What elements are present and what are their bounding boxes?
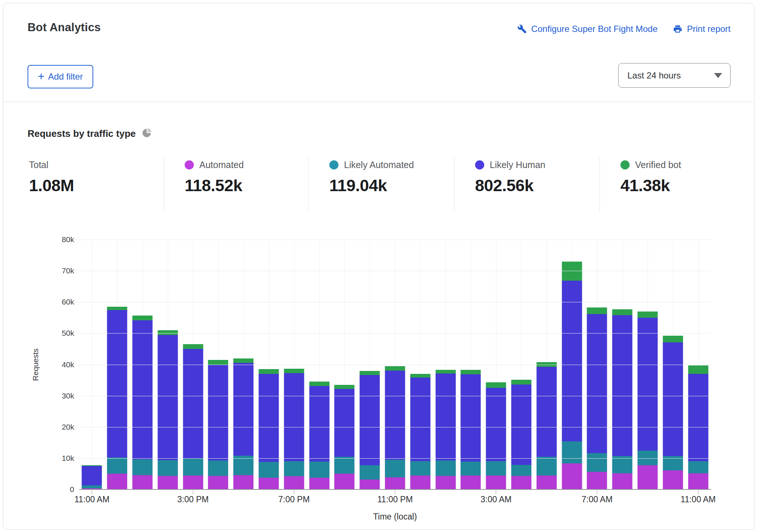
- bar-segment-verified-bot[interactable]: [258, 369, 279, 374]
- bar-segment-likely-human[interactable]: [562, 281, 582, 441]
- bar-segment-likely-human[interactable]: [587, 314, 607, 453]
- bar-segment-automated[interactable]: [208, 476, 228, 489]
- bar-segment-automated[interactable]: [233, 475, 254, 489]
- bar-segment-likely-human[interactable]: [511, 385, 531, 465]
- bar-segment-likely-human[interactable]: [208, 365, 228, 460]
- bar-segment-automated[interactable]: [334, 474, 355, 489]
- bar-segment-automated[interactable]: [637, 465, 658, 489]
- bar-segment-verified-bot[interactable]: [461, 370, 481, 374]
- bar-segment-verified-bot[interactable]: [637, 311, 658, 318]
- bar-segment-likely-human[interactable]: [461, 374, 481, 462]
- bar-segment-likely-human[interactable]: [410, 378, 430, 461]
- bar-segment-automated[interactable]: [486, 475, 506, 489]
- bar-segment-verified-bot[interactable]: [334, 385, 355, 389]
- bar-segment-likely-automated[interactable]: [132, 459, 152, 475]
- bar-segment-likely-automated[interactable]: [385, 460, 405, 477]
- stat-verified-bot[interactable]: Verified bot41.38k: [600, 157, 739, 212]
- bar-segment-verified-bot[interactable]: [208, 360, 228, 365]
- bar-segment-automated[interactable]: [107, 474, 127, 489]
- bar-segment-likely-human[interactable]: [688, 374, 708, 461]
- bar-segment-automated[interactable]: [663, 470, 683, 489]
- bar-segment-likely-automated[interactable]: [284, 461, 304, 477]
- bar-segment-likely-automated[interactable]: [233, 456, 254, 475]
- bar-segment-likely-human[interactable]: [486, 388, 506, 461]
- bar-segment-likely-human[interactable]: [132, 320, 152, 460]
- bar-segment-likely-human[interactable]: [233, 363, 254, 456]
- bar-segment-likely-human[interactable]: [612, 315, 633, 456]
- bar-segment-verified-bot[interactable]: [663, 336, 683, 342]
- bar-segment-likely-human[interactable]: [334, 389, 355, 457]
- bar-segment-likely-automated[interactable]: [461, 462, 481, 475]
- bar-segment-automated[interactable]: [461, 475, 481, 489]
- bar-segment-likely-automated[interactable]: [360, 465, 380, 479]
- bar-segment-verified-bot[interactable]: [410, 374, 430, 378]
- bar-segment-automated[interactable]: [360, 480, 380, 489]
- bar-segment-likely-human[interactable]: [82, 466, 102, 485]
- bar-segment-verified-bot[interactable]: [309, 382, 329, 386]
- bar-segment-verified-bot[interactable]: [587, 307, 607, 314]
- bar-segment-automated[interactable]: [183, 475, 203, 489]
- print-report-link[interactable]: Print report: [673, 24, 731, 34]
- bar-segment-likely-human[interactable]: [157, 335, 178, 460]
- bar-segment-likely-automated[interactable]: [688, 461, 708, 473]
- bar-segment-verified-bot[interactable]: [132, 316, 152, 320]
- stat-likely-automated[interactable]: Likely Automated119.04k: [308, 157, 454, 212]
- bar-segment-likely-automated[interactable]: [410, 461, 430, 475]
- bar-segment-automated[interactable]: [688, 473, 708, 489]
- bar-segment-verified-bot[interactable]: [157, 330, 178, 335]
- bar-segment-verified-bot[interactable]: [385, 366, 405, 371]
- stat-total[interactable]: Total1.08M: [29, 157, 164, 212]
- bar-segment-likely-automated[interactable]: [536, 457, 557, 475]
- bar-segment-likely-automated[interactable]: [435, 460, 456, 476]
- bar-segment-automated[interactable]: [435, 476, 456, 489]
- bar-segment-likely-human[interactable]: [435, 374, 456, 460]
- bar-segment-automated[interactable]: [309, 478, 329, 489]
- bar-segment-likely-automated[interactable]: [511, 465, 531, 476]
- bar-segment-verified-bot[interactable]: [360, 371, 380, 375]
- bar-segment-likely-automated[interactable]: [637, 451, 658, 465]
- bar-segment-automated[interactable]: [157, 476, 178, 489]
- bar-segment-verified-bot[interactable]: [511, 380, 531, 385]
- bar-segment-likely-human[interactable]: [284, 373, 304, 461]
- bar-segment-automated[interactable]: [410, 475, 430, 489]
- bar-segment-verified-bot[interactable]: [233, 358, 254, 363]
- bar-segment-verified-bot[interactable]: [284, 369, 304, 374]
- bar-segment-likely-automated[interactable]: [587, 453, 607, 472]
- bar-segment-automated[interactable]: [612, 473, 633, 489]
- bar-segment-likely-automated[interactable]: [612, 456, 633, 473]
- bar-segment-automated[interactable]: [385, 477, 405, 489]
- bar-segment-automated[interactable]: [258, 478, 279, 489]
- bar-segment-automated[interactable]: [284, 476, 304, 489]
- bar-segment-automated[interactable]: [587, 472, 607, 489]
- bar-segment-automated[interactable]: [511, 476, 531, 489]
- bar-segment-likely-human[interactable]: [309, 386, 329, 462]
- bar-segment-likely-automated[interactable]: [309, 462, 329, 477]
- bar-segment-likely-human[interactable]: [385, 371, 405, 460]
- bar-segment-likely-automated[interactable]: [183, 459, 203, 475]
- bar-segment-likely-automated[interactable]: [82, 485, 102, 489]
- add-filter-button[interactable]: + Add filter: [28, 65, 93, 88]
- bar-segment-verified-bot[interactable]: [612, 309, 633, 315]
- bar-segment-likely-automated[interactable]: [562, 441, 582, 463]
- bar-segment-likely-human[interactable]: [183, 349, 203, 459]
- bar-segment-likely-automated[interactable]: [486, 461, 506, 475]
- bar-segment-automated[interactable]: [562, 463, 582, 490]
- bar-segment-verified-bot[interactable]: [688, 365, 708, 374]
- bar-segment-likely-automated[interactable]: [334, 457, 355, 474]
- bar-segment-likely-automated[interactable]: [107, 458, 127, 474]
- bar-segment-verified-bot[interactable]: [107, 307, 127, 310]
- bar-segment-likely-human[interactable]: [663, 342, 683, 456]
- bar-segment-likely-automated[interactable]: [157, 460, 178, 476]
- bar-segment-likely-human[interactable]: [107, 310, 127, 458]
- stat-automated[interactable]: Automated118.52k: [164, 157, 308, 212]
- bar-segment-automated[interactable]: [536, 475, 557, 489]
- bar-segment-automated[interactable]: [132, 475, 152, 489]
- bar-segment-verified-bot[interactable]: [435, 370, 456, 374]
- bar-segment-likely-human[interactable]: [536, 367, 557, 456]
- bar-segment-likely-human[interactable]: [637, 318, 658, 451]
- time-range-select[interactable]: Last 24 hours: [618, 63, 731, 88]
- bar-segment-verified-bot[interactable]: [486, 382, 506, 388]
- stat-likely-human[interactable]: Likely Human802.56k: [454, 157, 600, 212]
- bar-segment-likely-human[interactable]: [360, 375, 380, 465]
- bar-segment-verified-bot[interactable]: [183, 344, 203, 349]
